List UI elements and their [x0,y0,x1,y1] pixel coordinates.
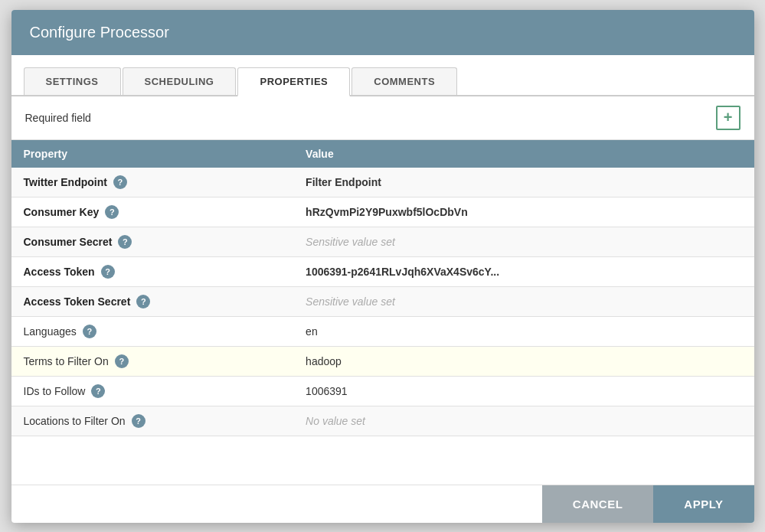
help-icon[interactable]: ? [113,175,127,189]
required-field-row: Required field + [11,96,754,140]
dialog-header: Configure Processor [11,10,754,55]
property-value: en [306,325,318,338]
property-actions [679,406,754,436]
cancel-button[interactable]: CANCEL [542,485,654,523]
help-icon[interactable]: ? [132,414,145,428]
table-row[interactable]: Languages?en [11,316,754,346]
tab-bar: SETTINGS SCHEDULING PROPERTIES COMMENTS [11,55,754,96]
tab-properties[interactable]: PROPERTIES [237,67,350,96]
table-row[interactable]: Locations to Filter On?No value set [11,406,754,436]
property-value: Sensitive value set [306,236,395,248]
property-value: 1006391-p2641RLvJqh6XVaX4Sv6cY... [306,266,499,278]
property-actions [679,316,754,346]
property-actions [679,256,754,286]
property-value: Filter Endpoint [306,176,381,188]
apply-button[interactable]: APPLY [653,485,754,523]
help-icon[interactable]: ? [83,325,96,338]
column-header-value: Value [293,140,679,168]
required-field-label: Required field [25,112,91,124]
property-name: Consumer Key? [24,205,282,219]
property-actions [679,197,754,227]
configure-processor-dialog: Configure Processor SETTINGS SCHEDULING … [11,10,754,523]
property-actions [679,346,754,376]
property-actions [679,286,754,316]
help-icon[interactable]: ? [105,205,119,219]
property-value: No value set [306,415,365,427]
help-icon[interactable]: ? [136,295,150,308]
table-row[interactable]: Consumer Secret?Sensitive value set [11,227,754,256]
property-actions [679,376,754,406]
property-value: 1006391 [306,385,348,397]
property-value: hadoop [306,355,342,367]
help-icon[interactable]: ? [118,235,132,249]
property-name: IDs to Follow? [24,384,282,398]
property-name: Consumer Secret? [24,235,282,249]
table-header-row: Property Value [11,140,754,168]
property-value: hRzQvmPi2Y9Puxwbf5lOcDbVn [306,206,468,218]
property-name: Twitter Endpoint? [24,175,282,189]
dialog-footer: CANCEL APPLY [11,485,754,523]
tab-comments[interactable]: COMMENTS [351,67,457,95]
table-row[interactable]: Terms to Filter On?hadoop [11,346,754,376]
column-header-actions [679,140,754,168]
column-header-property: Property [11,140,294,168]
help-icon[interactable]: ? [101,265,115,279]
help-icon[interactable]: ? [91,384,105,398]
property-actions [679,168,754,197]
table-row[interactable]: Twitter Endpoint?Filter Endpoint [11,168,754,197]
dialog-body: Required field + Property Value Twitter … [11,96,754,485]
property-name: Access Token? [24,265,282,279]
dialog-title: Configure Processor [30,24,169,41]
property-actions [679,227,754,256]
table-row[interactable]: Consumer Key?hRzQvmPi2Y9Puxwbf5lOcDbVn [11,197,754,227]
tab-settings[interactable]: SETTINGS [24,67,121,95]
table-row[interactable]: IDs to Follow?1006391 [11,376,754,406]
tab-scheduling[interactable]: SCHEDULING [123,67,237,95]
table-row[interactable]: Access Token Secret?Sensitive value set [11,286,754,316]
table-row[interactable]: Access Token?1006391-p2641RLvJqh6XVaX4Sv… [11,256,754,286]
property-value: Sensitive value set [306,295,395,308]
property-name: Locations to Filter On? [24,414,282,428]
properties-table: Property Value Twitter Endpoint?Filter E… [11,140,754,436]
property-name: Languages? [24,325,282,338]
add-property-button[interactable]: + [716,106,740,130]
property-name: Terms to Filter On? [24,354,282,368]
property-name: Access Token Secret? [24,295,282,308]
help-icon[interactable]: ? [115,354,129,368]
